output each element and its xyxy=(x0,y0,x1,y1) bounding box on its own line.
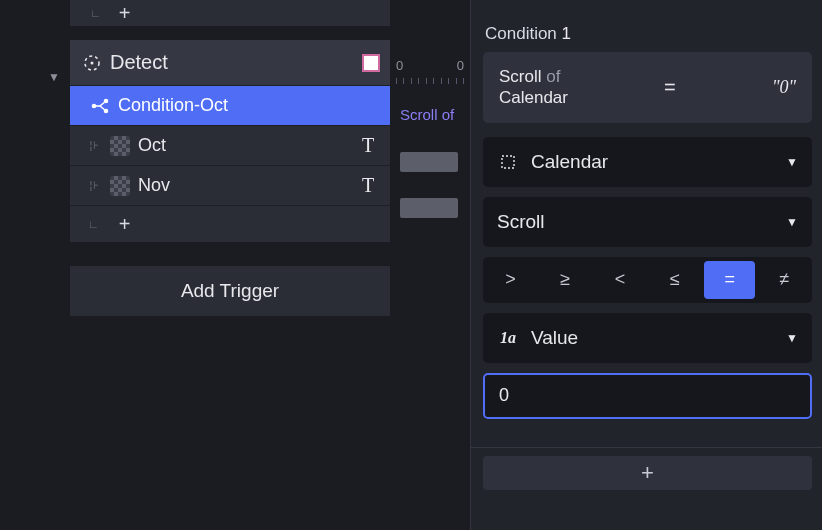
op-lt[interactable]: < xyxy=(595,261,646,299)
plus-icon: + xyxy=(119,213,131,236)
chevron-down-icon: ▼ xyxy=(786,331,798,345)
value-mode-select[interactable]: 1a Value ▼ xyxy=(483,313,812,363)
timeline-track-label: Scroll of xyxy=(400,106,454,123)
text-type-icon: T xyxy=(356,134,380,158)
left-gutter: ▼ xyxy=(0,0,70,530)
op-gte[interactable]: ≥ xyxy=(540,261,591,299)
op-gt[interactable]: > xyxy=(485,261,536,299)
checker-icon xyxy=(110,136,130,156)
condition-title: Condition 1 xyxy=(485,24,812,44)
tree-label: Nov xyxy=(138,175,356,196)
summary-operator: = xyxy=(664,76,676,99)
chevron-down-icon: ▼ xyxy=(786,155,798,169)
inspector-panel: Condition 1 Scroll of Calendar = "0" Cal… xyxy=(470,0,822,530)
svg-point-4 xyxy=(105,109,108,112)
timeline-end: 0 xyxy=(457,58,464,73)
add-trigger-button[interactable]: Add Trigger xyxy=(70,266,390,316)
divider xyxy=(471,447,822,448)
tree-row-condition[interactable]: Condition-Oct xyxy=(70,86,390,126)
color-swatch[interactable] xyxy=(362,54,380,72)
property-select-label: Scroll xyxy=(497,211,786,233)
tree-row-oct[interactable]: ¦ ⊦ Oct T xyxy=(70,126,390,166)
disclosure-triangle-icon[interactable]: ▼ xyxy=(48,70,60,84)
target-select[interactable]: Calendar ▼ xyxy=(483,137,812,187)
summary-expression: Scroll of Calendar xyxy=(499,66,568,109)
text-type-icon: T xyxy=(356,174,380,198)
target-icon xyxy=(80,53,104,73)
svg-point-1 xyxy=(91,61,94,64)
property-select[interactable]: Scroll ▼ xyxy=(483,197,812,247)
value-prefix-icon: 1a xyxy=(497,329,519,347)
op-neq[interactable]: ≠ xyxy=(759,261,810,299)
value-mode-label: Value xyxy=(531,327,786,349)
op-lte[interactable]: ≤ xyxy=(649,261,700,299)
tree-row-detect[interactable]: Detect xyxy=(70,40,390,86)
timeline-clip[interactable] xyxy=(400,152,458,172)
layer-tree: ∟ + Detect xyxy=(70,0,390,530)
timeline-column: 0 0 Scroll of xyxy=(390,0,470,530)
svg-point-3 xyxy=(105,99,108,102)
svg-point-2 xyxy=(93,104,96,107)
chevron-down-icon: ▼ xyxy=(786,215,798,229)
selection-box-icon xyxy=(497,153,519,171)
tree-label: Detect xyxy=(110,51,362,74)
timeline-clip[interactable] xyxy=(400,198,458,218)
plus-icon: + xyxy=(119,2,131,25)
tree-row-nov[interactable]: ¦ ⊦ Nov T xyxy=(70,166,390,206)
timeline-ticks xyxy=(396,78,464,86)
condition-summary[interactable]: Scroll of Calendar = "0" xyxy=(483,52,812,123)
target-select-label: Calendar xyxy=(531,151,786,173)
tree-add-top[interactable]: ∟ + xyxy=(70,0,390,26)
branch-icon xyxy=(88,97,112,115)
operator-row: > ≥ < ≤ = ≠ xyxy=(483,257,812,303)
tree-label: Condition-Oct xyxy=(118,95,380,116)
tree-label: Oct xyxy=(138,135,356,156)
plus-icon: + xyxy=(641,460,654,486)
op-eq[interactable]: = xyxy=(704,261,755,299)
tree-add-child[interactable]: ∟ + xyxy=(70,206,390,242)
value-input[interactable] xyxy=(483,373,812,419)
svg-rect-5 xyxy=(502,156,514,168)
summary-value: "0" xyxy=(772,77,796,98)
add-trigger-label: Add Trigger xyxy=(181,280,279,302)
checker-icon xyxy=(110,176,130,196)
timeline-start: 0 xyxy=(396,58,403,73)
add-condition-button[interactable]: + xyxy=(483,456,812,490)
